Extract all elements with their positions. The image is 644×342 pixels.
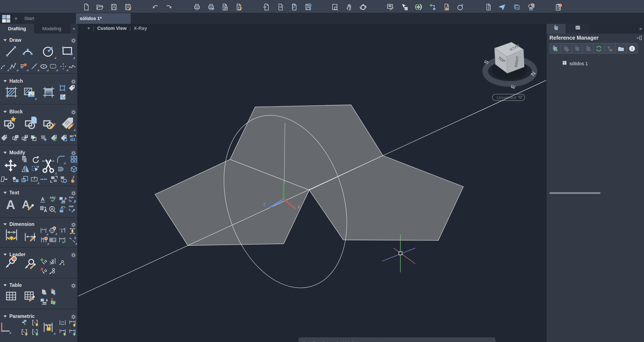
quick-select-button[interactable] [400, 3, 408, 11]
rotate-tool-button[interactable] [30, 154, 40, 163]
tab-reference-manager[interactable] [546, 24, 566, 34]
import-file-button[interactable] [262, 3, 270, 11]
flyout-indicator[interactable] [54, 57, 56, 59]
dim-baseline-tool-button[interactable] [40, 236, 48, 244]
save-as-button[interactable] [124, 3, 132, 11]
flyout-indicator[interactable] [63, 162, 66, 164]
scale-tool-button[interactable] [20, 175, 29, 183]
flyout-indicator[interactable] [73, 57, 75, 59]
mtext-tool-button[interactable]: A [4, 197, 18, 212]
spline-tool-button[interactable] [68, 62, 76, 71]
dim-inspect-tool-button[interactable] [58, 226, 66, 235]
edit-block-tool-button[interactable] [41, 115, 57, 130]
hatch-tag-tool-button[interactable] [68, 84, 76, 92]
print-button[interactable] [192, 3, 201, 11]
erase-broom-tool-button[interactable] [68, 175, 77, 183]
cloud-storage-button[interactable] [526, 3, 534, 11]
section-header-table[interactable]: Table [0, 282, 78, 288]
add-selected-tool-button[interactable] [40, 134, 48, 142]
tab-modeling[interactable]: Modeling [34, 24, 70, 34]
flyout-indicator[interactable] [16, 69, 18, 71]
gradient-tool-button[interactable] [41, 85, 56, 99]
refresh-references-button[interactable] [594, 44, 605, 53]
open-file-button[interactable] [96, 3, 104, 11]
flyout-indicator[interactable] [26, 69, 28, 71]
flyout-indicator[interactable] [37, 182, 39, 184]
arc-tool-button[interactable] [20, 44, 35, 58]
stretch-tool-button[interactable] [0, 175, 8, 183]
flyout-indicator[interactable] [34, 98, 37, 100]
attach-reference-button[interactable] [550, 44, 561, 53]
drawing-compare-button[interactable] [484, 3, 492, 11]
horizontal-scrollbar[interactable] [550, 192, 600, 194]
redo-button[interactable] [164, 3, 173, 11]
text-update-tool-button[interactable]: A [58, 205, 66, 213]
flyout-indicator[interactable] [9, 331, 11, 334]
sync-attributes-tool-button[interactable] [50, 134, 58, 142]
save-block-tool-button[interactable] [21, 134, 29, 142]
table-tool-button[interactable] [4, 289, 18, 303]
dim-tolerance-tool-button[interactable]: .1 [48, 236, 57, 244]
drawing-viewport[interactable]: + | Custom View | X-Ray Y Z X [78, 24, 546, 342]
circle-tool-button[interactable] [41, 44, 56, 58]
leader-collect-tool-button[interactable] [48, 267, 57, 276]
edit-reference-button[interactable] [561, 44, 572, 53]
dim-jogged-tool-button[interactable]: x [68, 236, 77, 244]
convert-tool-button[interactable] [59, 175, 68, 183]
reference-info-button[interactable] [627, 44, 638, 53]
dynamic-dim-hide-tool-button[interactable] [68, 328, 77, 336]
trim-tool-button[interactable] [40, 158, 56, 174]
copy-tool-button[interactable] [20, 154, 29, 163]
table-update-tool-button[interactable]: S [48, 297, 57, 305]
show-constraints-alt-tool-button[interactable] [20, 328, 28, 336]
find-text-tool-button[interactable]: A [48, 205, 57, 213]
dynamic-dim-show-tool-button[interactable] [58, 328, 67, 336]
create-block-tool-button[interactable] [23, 115, 38, 130]
action-macro-button[interactable] [554, 3, 562, 11]
offset-tool-button[interactable] [56, 164, 65, 173]
attribute-display-tool-button[interactable] [11, 134, 20, 142]
multileader-brush-tool-button[interactable] [23, 257, 37, 271]
viewcube[interactable]: S E N TOP RIGHT BACK [482, 42, 537, 90]
table-import-tool-button[interactable]: S [48, 288, 57, 297]
change-path-button[interactable] [616, 44, 627, 53]
section-header-block[interactable]: Block [0, 109, 78, 115]
flyout-indicator[interactable] [73, 129, 76, 131]
text-columns-tool-button[interactable]: A [39, 205, 47, 213]
fillet-tool-button[interactable] [56, 154, 65, 163]
table-export-tool-button[interactable]: S [39, 288, 48, 297]
measure-tool-button[interactable] [30, 62, 38, 71]
share-button[interactable] [498, 3, 506, 11]
wipeout-tool-button[interactable] [58, 93, 67, 101]
insert-block-tool-button[interactable] [2, 115, 18, 130]
hatch-image-tool-button[interactable] [22, 85, 36, 99]
tag-tool-button[interactable] [0, 134, 8, 142]
spell-check-tool-button[interactable]: ABC [48, 195, 57, 204]
dim-linear-tool-button[interactable] [39, 226, 48, 235]
dim-center-tool-button[interactable] [48, 226, 57, 234]
dimension-brush-tool-button[interactable] [23, 229, 37, 243]
boundary-tool-button[interactable] [58, 84, 66, 92]
edit-attribute-tool-button[interactable] [60, 115, 75, 130]
perpendicular-constraint-tool-button[interactable] [0, 321, 11, 333]
edit-in-place-button[interactable] [605, 44, 616, 53]
single-text-tool-button[interactable]: A [39, 196, 47, 204]
new-tab-button[interactable]: + [12, 13, 20, 24]
tab-start[interactable]: Start [20, 13, 76, 24]
point-style-button[interactable] [428, 3, 436, 11]
table-brush-tool-button[interactable] [22, 289, 36, 303]
flyout-indicator[interactable] [56, 69, 58, 71]
frame-attributes-tool-button[interactable] [60, 134, 68, 142]
text-brush-tool-button[interactable]: A [20, 197, 35, 212]
points-tool-button[interactable] [58, 62, 68, 71]
gear-icon[interactable] [71, 282, 76, 290]
scale-3d-tool-button[interactable] [11, 175, 20, 183]
table-cell-style-tool-button[interactable]: A [39, 297, 48, 305]
revision-cloud-tool-button[interactable] [48, 62, 57, 71]
reference-tree-item[interactable]: sólidos 1 [562, 60, 588, 67]
zoom-window-button[interactable] [330, 3, 339, 11]
flyout-indicator[interactable] [46, 69, 48, 71]
constraint-bulb-tool-button[interactable] [68, 319, 77, 327]
hatch-tool-button[interactable] [4, 85, 19, 99]
gear-icon[interactable] [71, 252, 76, 259]
